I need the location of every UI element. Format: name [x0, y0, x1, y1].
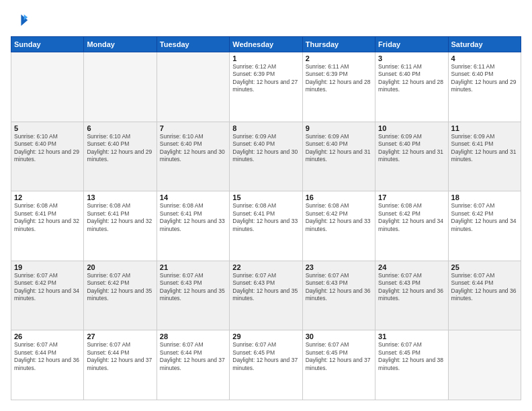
- calendar-day-cell: 24Sunrise: 6:07 AMSunset: 6:43 PMDayligh…: [375, 261, 448, 330]
- day-number: 9: [306, 124, 372, 132]
- calendar-day-cell: 28Sunrise: 6:07 AMSunset: 6:44 PMDayligh…: [157, 330, 229, 400]
- calendar-day-cell: 25Sunrise: 6:07 AMSunset: 6:44 PMDayligh…: [448, 261, 521, 330]
- day-number: 6: [87, 124, 153, 132]
- day-number: 14: [160, 193, 226, 201]
- day-info: Sunrise: 6:09 AMSunset: 6:40 PMDaylight:…: [232, 133, 299, 164]
- day-info: Sunrise: 6:10 AMSunset: 6:40 PMDaylight:…: [87, 133, 153, 164]
- day-info: Sunrise: 6:07 AMSunset: 6:42 PMDaylight:…: [87, 272, 153, 303]
- calendar-day-cell: 2Sunrise: 6:11 AMSunset: 6:39 PMDaylight…: [302, 52, 375, 122]
- day-number: 30: [306, 332, 372, 340]
- day-info: Sunrise: 6:09 AMSunset: 6:40 PMDaylight:…: [306, 133, 372, 164]
- day-info: Sunrise: 6:07 AMSunset: 6:42 PMDaylight:…: [14, 272, 81, 303]
- calendar-day-cell: 18Sunrise: 6:07 AMSunset: 6:42 PMDayligh…: [448, 191, 521, 261]
- calendar-day-cell: 29Sunrise: 6:07 AMSunset: 6:45 PMDayligh…: [230, 330, 302, 400]
- calendar-day-cell: 23Sunrise: 6:07 AMSunset: 6:43 PMDayligh…: [302, 261, 375, 330]
- day-number: 3: [378, 54, 445, 62]
- weekday-header: Wednesday: [230, 37, 302, 52]
- day-number: 31: [378, 332, 445, 340]
- calendar-day-cell: 14Sunrise: 6:08 AMSunset: 6:41 PMDayligh…: [157, 191, 229, 261]
- calendar-week-row: 12Sunrise: 6:08 AMSunset: 6:41 PMDayligh…: [11, 191, 521, 261]
- day-number: 29: [232, 332, 299, 340]
- day-info: Sunrise: 6:07 AMSunset: 6:44 PMDaylight:…: [451, 272, 518, 303]
- weekday-header: Sunday: [11, 37, 84, 52]
- day-number: 15: [232, 193, 299, 201]
- weekday-header: Tuesday: [157, 37, 229, 52]
- day-number: 2: [306, 54, 372, 62]
- day-number: 19: [14, 263, 81, 271]
- calendar-table: SundayMondayTuesdayWednesdayThursdayFrid…: [11, 36, 521, 400]
- day-info: Sunrise: 6:07 AMSunset: 6:43 PMDaylight:…: [232, 272, 299, 303]
- day-info: Sunrise: 6:08 AMSunset: 6:41 PMDaylight:…: [87, 202, 153, 233]
- calendar-day-cell: 27Sunrise: 6:07 AMSunset: 6:44 PMDayligh…: [84, 330, 157, 400]
- calendar-week-row: 5Sunrise: 6:10 AMSunset: 6:40 PMDaylight…: [11, 122, 521, 191]
- calendar-day-cell: 1Sunrise: 6:12 AMSunset: 6:39 PMDaylight…: [230, 52, 302, 122]
- calendar-day-cell: [157, 52, 229, 122]
- weekday-header: Saturday: [448, 37, 521, 52]
- calendar-day-cell: 31Sunrise: 6:07 AMSunset: 6:45 PMDayligh…: [375, 330, 448, 400]
- day-info: Sunrise: 6:07 AMSunset: 6:44 PMDaylight:…: [160, 341, 226, 372]
- day-info: Sunrise: 6:07 AMSunset: 6:43 PMDaylight:…: [160, 272, 226, 303]
- day-info: Sunrise: 6:07 AMSunset: 6:45 PMDaylight:…: [306, 341, 372, 372]
- day-info: Sunrise: 6:07 AMSunset: 6:44 PMDaylight:…: [87, 341, 153, 372]
- day-number: 5: [14, 124, 81, 132]
- day-number: 20: [87, 263, 153, 271]
- day-number: 22: [232, 263, 299, 271]
- day-info: Sunrise: 6:07 AMSunset: 6:42 PMDaylight:…: [451, 202, 518, 233]
- day-info: Sunrise: 6:08 AMSunset: 6:42 PMDaylight:…: [306, 202, 372, 233]
- day-info: Sunrise: 6:07 AMSunset: 6:45 PMDaylight:…: [232, 341, 299, 372]
- calendar-day-cell: 20Sunrise: 6:07 AMSunset: 6:42 PMDayligh…: [84, 261, 157, 330]
- day-number: 24: [378, 263, 445, 271]
- day-number: 18: [451, 193, 518, 201]
- day-number: 25: [451, 263, 518, 271]
- calendar-day-cell: 17Sunrise: 6:08 AMSunset: 6:42 PMDayligh…: [375, 191, 448, 261]
- day-info: Sunrise: 6:11 AMSunset: 6:40 PMDaylight:…: [378, 63, 445, 94]
- day-info: Sunrise: 6:07 AMSunset: 6:45 PMDaylight:…: [378, 341, 445, 372]
- day-info: Sunrise: 6:11 AMSunset: 6:39 PMDaylight:…: [306, 63, 372, 94]
- calendar-day-cell: 15Sunrise: 6:08 AMSunset: 6:41 PMDayligh…: [230, 191, 302, 261]
- calendar-day-cell: 16Sunrise: 6:08 AMSunset: 6:42 PMDayligh…: [302, 191, 375, 261]
- calendar-day-cell: 12Sunrise: 6:08 AMSunset: 6:41 PMDayligh…: [11, 191, 84, 261]
- logo-icon: [11, 11, 30, 30]
- day-number: 8: [232, 124, 299, 132]
- day-number: 1: [232, 54, 299, 62]
- day-info: Sunrise: 6:12 AMSunset: 6:39 PMDaylight:…: [232, 63, 299, 94]
- day-info: Sunrise: 6:08 AMSunset: 6:41 PMDaylight:…: [232, 202, 299, 233]
- calendar-day-cell: [84, 52, 157, 122]
- calendar-day-cell: 4Sunrise: 6:11 AMSunset: 6:40 PMDaylight…: [448, 52, 521, 122]
- weekday-header-row: SundayMondayTuesdayWednesdayThursdayFrid…: [11, 37, 521, 52]
- calendar-day-cell: 22Sunrise: 6:07 AMSunset: 6:43 PMDayligh…: [230, 261, 302, 330]
- day-number: 21: [160, 263, 226, 271]
- calendar-day-cell: 13Sunrise: 6:08 AMSunset: 6:41 PMDayligh…: [84, 191, 157, 261]
- day-number: 11: [451, 124, 518, 132]
- calendar-day-cell: 5Sunrise: 6:10 AMSunset: 6:40 PMDaylight…: [11, 122, 84, 191]
- calendar-day-cell: 7Sunrise: 6:10 AMSunset: 6:40 PMDaylight…: [157, 122, 229, 191]
- day-number: 28: [160, 332, 226, 340]
- day-number: 7: [160, 124, 226, 132]
- day-info: Sunrise: 6:07 AMSunset: 6:43 PMDaylight:…: [378, 272, 445, 303]
- calendar-week-row: 19Sunrise: 6:07 AMSunset: 6:42 PMDayligh…: [11, 261, 521, 330]
- day-number: 27: [87, 332, 153, 340]
- calendar-day-cell: 21Sunrise: 6:07 AMSunset: 6:43 PMDayligh…: [157, 261, 229, 330]
- calendar-day-cell: 3Sunrise: 6:11 AMSunset: 6:40 PMDaylight…: [375, 52, 448, 122]
- logo: [11, 11, 32, 30]
- day-info: Sunrise: 6:11 AMSunset: 6:40 PMDaylight:…: [451, 63, 518, 94]
- calendar-day-cell: 9Sunrise: 6:09 AMSunset: 6:40 PMDaylight…: [302, 122, 375, 191]
- calendar-day-cell: [11, 52, 84, 122]
- day-info: Sunrise: 6:09 AMSunset: 6:40 PMDaylight:…: [378, 133, 445, 164]
- day-number: 13: [87, 193, 153, 201]
- calendar-day-cell: 10Sunrise: 6:09 AMSunset: 6:40 PMDayligh…: [375, 122, 448, 191]
- weekday-header: Monday: [84, 37, 157, 52]
- day-number: 12: [14, 193, 81, 201]
- calendar-day-cell: 8Sunrise: 6:09 AMSunset: 6:40 PMDaylight…: [230, 122, 302, 191]
- day-info: Sunrise: 6:08 AMSunset: 6:41 PMDaylight:…: [160, 202, 226, 233]
- calendar-week-row: 26Sunrise: 6:07 AMSunset: 6:44 PMDayligh…: [11, 330, 521, 400]
- day-info: Sunrise: 6:10 AMSunset: 6:40 PMDaylight:…: [14, 133, 81, 164]
- day-number: 10: [378, 124, 445, 132]
- day-info: Sunrise: 6:08 AMSunset: 6:41 PMDaylight:…: [14, 202, 81, 233]
- header: [11, 11, 521, 30]
- day-info: Sunrise: 6:09 AMSunset: 6:41 PMDaylight:…: [451, 133, 518, 164]
- weekday-header: Friday: [375, 37, 448, 52]
- calendar-day-cell: [448, 330, 521, 400]
- calendar-day-cell: 6Sunrise: 6:10 AMSunset: 6:40 PMDaylight…: [84, 122, 157, 191]
- day-number: 17: [378, 193, 445, 201]
